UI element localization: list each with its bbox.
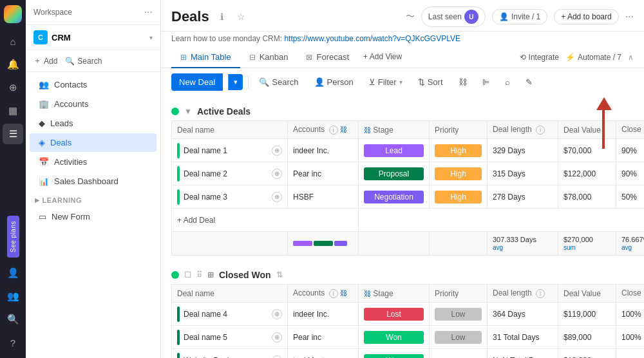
add-person-icon[interactable]: ⊕	[272, 309, 282, 319]
new-form-icon: ▭	[39, 212, 46, 221]
invite-button[interactable]: 👤 Invite / 1	[492, 9, 547, 24]
closed-won-table: Deal name Accounts i ⛓ ⛓ Stage Priorit	[171, 284, 644, 358]
page-title: Deals	[171, 8, 209, 25]
deal-length-cell: 278 Days	[488, 185, 558, 209]
search-label: Search	[77, 57, 102, 66]
integrate-button[interactable]: ⟲ Integrate	[520, 53, 559, 62]
active-deals-group: ▼ Active Deals Deal name Accounts i ⛓	[171, 102, 644, 256]
sidebar-item-accounts[interactable]: 🏢 Accounts	[30, 95, 156, 113]
inbox-icon[interactable]: 🔔	[3, 54, 23, 75]
sidebar-item-sales-dashboard[interactable]: 📊 Sales Dashboard	[30, 172, 156, 191]
search-bottom-icon[interactable]: 🔍	[3, 309, 23, 330]
filter-button[interactable]: ⊻ Filter	[364, 75, 408, 90]
main-table-label: Main Table	[191, 52, 231, 62]
sidebar-item-deals[interactable]: ◈ Deals	[30, 133, 156, 152]
automate-button[interactable]: ⚡ Automate / 7	[565, 53, 621, 62]
add-person-icon[interactable]: ⊕	[272, 146, 282, 156]
priority-cell[interactable]: Low	[430, 303, 488, 326]
search-toolbar-button[interactable]: 🔍 Search	[254, 75, 303, 90]
link-button[interactable]: ⛓	[453, 75, 472, 90]
crm-chevron-icon[interactable]: ▾	[149, 34, 153, 41]
page-title-area: Deals ℹ ☆	[171, 8, 249, 25]
priority-cell[interactable]: High	[430, 139, 488, 162]
account-cell[interactable]: teel Master	[288, 349, 359, 359]
closed-won-collapse-icon[interactable]: ⊞	[207, 270, 214, 279]
info-icon[interactable]: ℹ	[214, 9, 230, 24]
users-icon[interactable]: 👥	[3, 286, 23, 306]
tab-main-table[interactable]: ⊞ Main Table	[171, 47, 240, 68]
sidebar-item-new-form[interactable]: ▭ New Form	[30, 207, 156, 226]
add-person-icon[interactable]: ⊕	[272, 169, 282, 179]
stage-cell[interactable]: Won	[359, 349, 430, 359]
arrow-head	[596, 97, 612, 110]
add-deal-row[interactable]: + Add Deal	[172, 209, 645, 232]
new-deal-button[interactable]: New Deal	[171, 73, 223, 91]
kanban-label: Kanban	[260, 52, 289, 62]
forecast-label: Forecast	[316, 52, 349, 62]
see-plans-button[interactable]: See plans	[7, 216, 19, 258]
sidebar-section-learning[interactable]: ▶ Learning	[26, 191, 160, 207]
header-menu-icon[interactable]: ···	[625, 11, 634, 23]
priority-cell[interactable]: High	[430, 185, 488, 209]
account-cell[interactable]: Pear inc	[288, 162, 359, 185]
deal-name-cell[interactable]: Deal name 1 ⊕	[172, 139, 288, 162]
summary-close-prob: 76.667% avg	[621, 236, 644, 251]
tab-forecast[interactable]: ⊠ Forecast	[297, 47, 358, 68]
deal-length-cw-info-icon[interactable]: i	[536, 289, 545, 298]
tabs-collapse-icon[interactable]: ∧	[628, 53, 634, 62]
edit-button[interactable]: ✎	[520, 75, 538, 90]
calendar-icon[interactable]: ▦	[3, 100, 23, 121]
learning-label: Learning	[43, 196, 82, 204]
active-deals-collapse-icon[interactable]: ▼	[184, 107, 192, 116]
search2-button[interactable]: ⌕	[500, 75, 515, 90]
description-link[interactable]: https://www.youtube.com/watch?v=QJKcGGVP…	[284, 34, 460, 43]
deal-name-cell[interactable]: Deal name 2 ⊕	[172, 162, 288, 185]
account-cell[interactable]: indeer Inc.	[288, 139, 359, 162]
search-button[interactable]: 🔍 Search	[65, 55, 102, 66]
home-icon[interactable]: ⌂	[3, 31, 23, 52]
stage-cell[interactable]: Lost	[359, 303, 430, 326]
star-icon[interactable]: ☆	[234, 9, 249, 24]
deal-name-cell[interactable]: Deal name 4 ⊕	[172, 303, 288, 326]
workspace-menu-icon[interactable]: ···	[144, 6, 153, 18]
add-to-board-button[interactable]: + Add to board	[554, 9, 618, 24]
new-deal-dropdown-button[interactable]: ▾	[228, 74, 243, 90]
help-icon[interactable]: ?	[3, 332, 23, 353]
priority-cell[interactable]: High	[430, 162, 488, 185]
add-view-button[interactable]: + Add View	[358, 47, 407, 68]
sort-button[interactable]: ⇅ Sort	[413, 75, 448, 90]
person-icon[interactable]: 👤	[3, 263, 23, 283]
account-cell[interactable]: HSBF	[288, 185, 359, 209]
add-button[interactable]: ＋ Add	[33, 55, 57, 66]
stage-badge: Won	[364, 331, 424, 344]
add-person-icon[interactable]: ⊕	[272, 332, 282, 343]
deal-name-cell[interactable]: Deal name 5 ⊕	[172, 326, 288, 349]
deal-name: Deal name 2	[184, 169, 227, 178]
sidebar-item-activities[interactable]: 📅 Activities	[30, 153, 156, 171]
tab-kanban[interactable]: ⊟ Kanban	[240, 47, 298, 68]
columns-button[interactable]: ⊫	[477, 75, 495, 90]
search-global-icon[interactable]: ⊕	[3, 77, 23, 98]
crm-nav-item[interactable]: C CRM ▾	[26, 25, 160, 50]
last-seen-button[interactable]: Last seen U	[421, 6, 486, 27]
closed-won-sort-icon[interactable]: ⇅	[276, 270, 283, 279]
add-person-icon[interactable]: ⊕	[272, 355, 282, 359]
stage-cell[interactable]: Won	[359, 326, 430, 349]
stage-cell[interactable]: Proposal	[359, 162, 430, 185]
account-cell[interactable]: indeer Inc.	[288, 303, 359, 326]
tabs-right: ⟲ Integrate ⚡ Automate / 7 ∧	[520, 53, 634, 62]
stage-cell[interactable]: Negotiation	[359, 185, 430, 209]
stage-cell[interactable]: Lead	[359, 139, 430, 162]
person-button[interactable]: 👤 Person	[309, 75, 359, 90]
apps-icon[interactable]: ☰	[3, 124, 23, 144]
accounts-cw-info-icon[interactable]: i	[329, 289, 338, 298]
accounts-info-icon[interactable]: i	[329, 126, 338, 135]
sidebar-item-contacts[interactable]: 👥 Contacts	[30, 75, 156, 94]
deal-length-info-icon[interactable]: i	[536, 126, 545, 135]
deal-name-cell[interactable]: Website Design ⊕	[172, 349, 288, 359]
account-cell[interactable]: Pear inc	[288, 326, 359, 349]
deal-name-cell[interactable]: Deal name 3 ⊕	[172, 185, 288, 209]
add-person-icon[interactable]: ⊕	[272, 192, 282, 202]
sidebar-item-leads[interactable]: ◆ Leads	[30, 114, 156, 133]
priority-cell[interactable]: Low	[430, 326, 488, 349]
